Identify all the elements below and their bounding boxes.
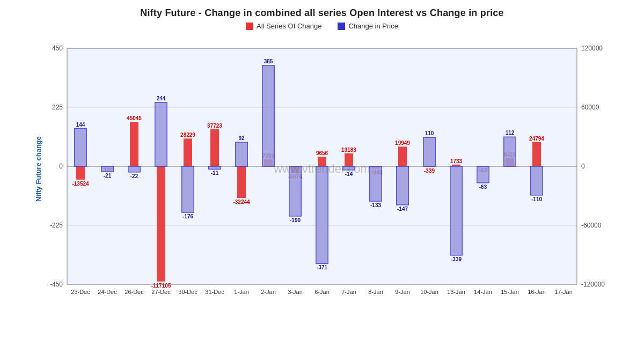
svg-text:24794: 24794: [529, 136, 544, 142]
svg-text:45045: 45045: [127, 115, 142, 121]
svg-text:10-Jan: 10-Jan: [420, 289, 438, 295]
svg-text:0: 0: [581, 163, 585, 170]
svg-text:27-Dec: 27-Dec: [151, 289, 171, 295]
svg-text:1-Jan: 1-Jan: [234, 289, 249, 295]
svg-rect-67: [262, 65, 274, 166]
svg-rect-61: [182, 166, 194, 212]
svg-text:15-Jan: 15-Jan: [501, 289, 519, 295]
svg-rect-79: [423, 137, 435, 166]
svg-text:23-Dec: 23-Dec: [71, 289, 90, 295]
svg-text:-110: -110: [531, 196, 542, 202]
svg-rect-27: [210, 129, 219, 166]
svg-text:-371: -371: [317, 264, 327, 270]
chart-title: Nifty Future - Change in combined all se…: [0, 0, 644, 19]
svg-text:-225: -225: [50, 222, 63, 229]
svg-text:30-Dec: 30-Dec: [178, 289, 197, 295]
chart-container: Nifty Future - Change in combined all se…: [0, 0, 644, 338]
svg-rect-37: [345, 153, 353, 166]
svg-rect-85: [504, 137, 516, 166]
svg-rect-81: [450, 166, 462, 255]
svg-text:-176: -176: [182, 214, 193, 219]
svg-text:-339: -339: [451, 256, 462, 262]
legend-label-price: Change in Price: [348, 22, 398, 30]
svg-rect-73: [343, 166, 355, 170]
legend-item-price: Change in Price: [338, 22, 398, 30]
svg-text:8-Jan: 8-Jan: [368, 289, 383, 295]
svg-text:24-Dec: 24-Dec: [98, 289, 117, 295]
svg-text:112: 112: [506, 130, 515, 136]
svg-text:-60000: -60000: [581, 222, 602, 229]
legend-color-oi: [246, 23, 253, 30]
svg-text:144: 144: [76, 122, 85, 128]
svg-text:-32244: -32244: [233, 199, 250, 205]
svg-text:110: 110: [425, 130, 434, 136]
svg-text:13183: 13183: [341, 147, 356, 153]
svg-rect-57: [128, 166, 140, 172]
svg-text:0: 0: [59, 163, 63, 170]
svg-text:-13524: -13524: [72, 181, 89, 187]
svg-text:3-Jan: 3-Jan: [288, 289, 303, 295]
legend-item-oi: All Series OI Change: [246, 22, 321, 30]
svg-text:31-Dec: 31-Dec: [205, 289, 224, 295]
svg-rect-29: [237, 166, 246, 198]
svg-text:-22: -22: [130, 173, 138, 179]
svg-rect-55: [101, 166, 113, 172]
svg-text:-133: -133: [370, 202, 381, 208]
svg-rect-69: [289, 166, 301, 216]
svg-text:-147: -147: [397, 206, 408, 212]
svg-rect-65: [236, 142, 247, 166]
svg-text:385: 385: [264, 58, 273, 64]
svg-text:28229: 28229: [180, 132, 195, 138]
svg-rect-17: [76, 166, 85, 180]
legend: All Series OI Change Change in Price: [0, 22, 644, 30]
svg-text:14-Jan: 14-Jan: [474, 289, 492, 295]
svg-text:13-Jan: 13-Jan: [447, 289, 465, 295]
svg-text:6-Jan: 6-Jan: [314, 289, 330, 295]
svg-text:-120000: -120000: [581, 281, 605, 288]
svg-text:19949: 19949: [395, 140, 410, 146]
svg-rect-23: [157, 166, 165, 282]
svg-rect-71: [316, 166, 328, 263]
svg-text:450: 450: [52, 45, 63, 52]
legend-label-oi: All Series OI Change: [257, 22, 321, 30]
main-chart: 4502250-225-450120000600000-60000-120000…: [38, 40, 606, 311]
svg-rect-35: [318, 157, 326, 166]
svg-rect-75: [370, 166, 382, 201]
svg-rect-59: [155, 102, 167, 166]
svg-rect-21: [130, 122, 138, 166]
svg-rect-53: [75, 129, 86, 166]
svg-rect-41: [398, 146, 407, 166]
svg-text:60000: 60000: [581, 104, 599, 111]
svg-rect-77: [397, 166, 408, 205]
svg-text:37723: 37723: [207, 123, 222, 129]
svg-text:7-Jan: 7-Jan: [341, 289, 356, 295]
svg-text:-117105: -117105: [151, 283, 171, 289]
legend-color-price: [338, 23, 345, 30]
svg-text:1733: 1733: [450, 158, 463, 164]
svg-text:120000: 120000: [581, 45, 603, 52]
svg-text:-450: -450: [50, 281, 63, 288]
svg-text:16-Jan: 16-Jan: [528, 289, 546, 295]
svg-rect-25: [184, 138, 192, 166]
svg-rect-63: [209, 166, 221, 169]
svg-text:17-Jan: 17-Jan: [554, 289, 573, 295]
svg-text:-21: -21: [104, 173, 112, 179]
svg-text:2-Jan: 2-Jan: [261, 289, 276, 295]
svg-text:9-Jan: 9-Jan: [395, 289, 410, 295]
svg-text:225: 225: [52, 104, 63, 111]
svg-text:92: 92: [238, 135, 245, 141]
svg-text:-63: -63: [479, 184, 487, 190]
svg-text:9656: 9656: [316, 150, 328, 156]
svg-rect-87: [531, 166, 543, 195]
svg-text:-339: -339: [424, 168, 435, 174]
svg-text:244: 244: [157, 95, 166, 101]
svg-rect-51: [532, 142, 541, 166]
svg-text:26-Dec: 26-Dec: [125, 289, 144, 295]
svg-text:-11: -11: [211, 170, 219, 176]
svg-text:-14: -14: [345, 171, 353, 177]
svg-text:-190: -190: [290, 217, 301, 223]
svg-rect-83: [477, 166, 489, 183]
